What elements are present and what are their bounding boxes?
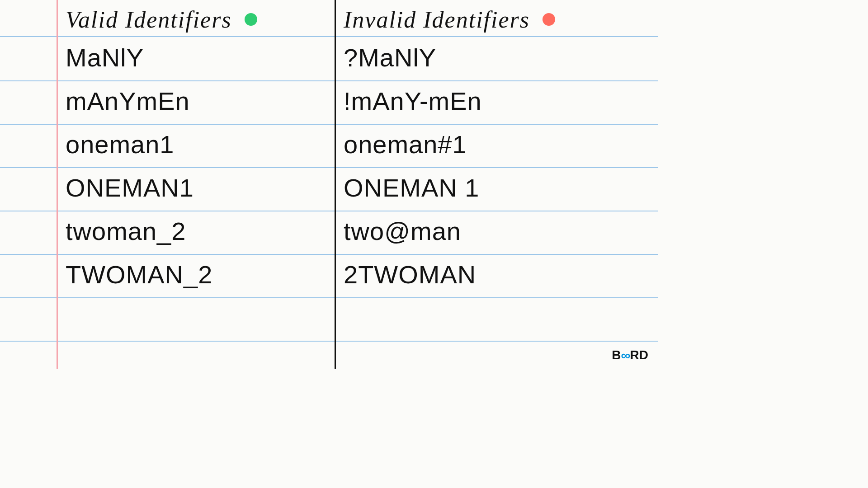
status-dot-green-icon: [245, 13, 257, 26]
notebook-margin-line: [57, 0, 58, 369]
list-item: twoman_2: [66, 210, 319, 253]
valid-column-header: Valid Identifiers: [66, 3, 319, 36]
logo-text: B: [612, 348, 621, 362]
invalid-column-header: Invalid Identifiers: [344, 3, 633, 36]
notebook-page: Valid Identifiers MaNlY mAnYmEn oneman1 …: [0, 0, 658, 369]
list-item: oneman#1: [344, 123, 633, 166]
list-item: two@man: [344, 210, 633, 253]
list-item: oneman1: [66, 123, 319, 166]
list-item: ONEMAN 1: [344, 166, 633, 210]
list-item: MaNlY: [66, 36, 319, 80]
list-item: !mAnY-mEn: [344, 80, 633, 123]
invalid-column: Invalid Identifiers ?MaNlY !mAnY-mEn one…: [344, 0, 633, 369]
list-item: ONEMAN1: [66, 166, 319, 210]
valid-column: Valid Identifiers MaNlY mAnYmEn oneman1 …: [66, 0, 319, 369]
status-dot-red-icon: [542, 13, 555, 26]
list-item: ?MaNlY: [344, 36, 633, 80]
valid-column-title: Valid Identifiers: [66, 6, 232, 33]
column-divider: [335, 0, 336, 369]
invalid-column-title: Invalid Identifiers: [344, 6, 530, 33]
list-item: 2TWOMAN: [344, 253, 633, 296]
board-logo: B∞RD: [612, 348, 648, 362]
list-item: TWOMAN_2: [66, 253, 319, 296]
logo-text: RD: [630, 348, 648, 362]
infinity-icon: ∞: [621, 348, 630, 363]
list-item: mAnYmEn: [66, 80, 319, 123]
